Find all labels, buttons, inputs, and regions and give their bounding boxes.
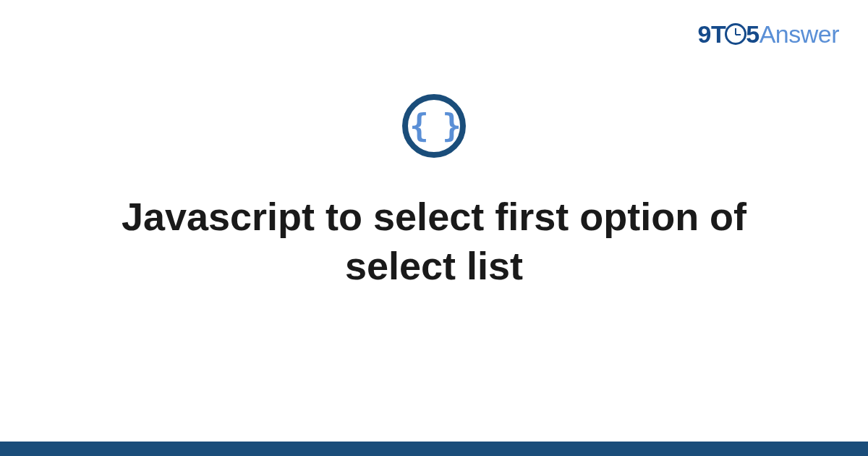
logo-prefix: 9T — [698, 20, 726, 48]
footer-accent-bar — [0, 442, 868, 456]
clock-icon — [725, 23, 746, 45]
page-title: Javascript to select first option of sel… — [65, 193, 803, 290]
site-logo: 9T5Answer — [698, 20, 839, 48]
code-braces-icon: { } — [402, 94, 466, 158]
braces-glyph: { } — [409, 110, 458, 142]
main-content: { } Javascript to select first option of… — [0, 94, 868, 290]
logo-suffix: Answer — [760, 20, 839, 48]
logo-middle: 5 — [746, 20, 759, 48]
